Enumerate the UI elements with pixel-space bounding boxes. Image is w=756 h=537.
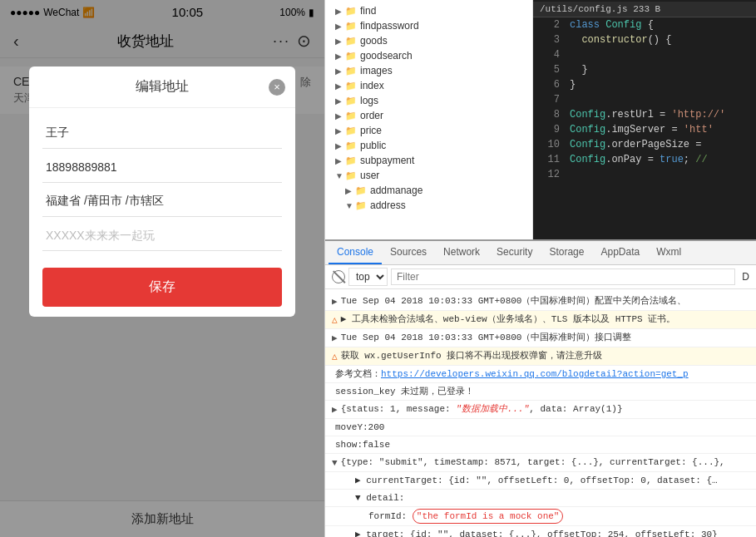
devtools-bottom: ConsoleSourcesNetworkSecurityStorageAppD… (325, 241, 756, 537)
console-entry: ▶Tue Sep 04 2018 10:03:33 GMT+0800（中国标准时… (325, 293, 756, 311)
name-input[interactable] (42, 118, 282, 149)
file-info-bar: /utils/config.js 233 B (533, 2, 756, 17)
entry-icon: ▶ (332, 403, 338, 416)
console-text: {type: "submit", timeStamp: 8571, target… (341, 456, 749, 469)
folder-icon: 📁 (345, 81, 357, 91)
code-line: 10Config.orderPageSize = (533, 137, 756, 152)
code-editor: /utils/config.js 233 B2class Config {3 c… (533, 0, 756, 239)
tree-item-label: addmanage (370, 185, 422, 196)
tab-wxml[interactable]: Wxml (648, 241, 689, 264)
tree-arrow-icon: ▶ (335, 22, 345, 31)
tree-arrow-icon: ▶ (335, 67, 345, 76)
console-entry: ▼ detail: (325, 490, 756, 507)
folder-icon: 📁 (345, 96, 357, 106)
code-line: 12 (533, 167, 756, 182)
tree-item[interactable]: ▶📁find (325, 3, 532, 18)
console-text: 参考文档：https://developers.weixin.qq.com/bl… (335, 367, 749, 381)
modal-close-button[interactable]: × (269, 79, 285, 96)
tab-console[interactable]: Console (329, 241, 382, 264)
phone-input[interactable] (42, 152, 282, 183)
entry-icon: ▶ (332, 332, 338, 345)
devtools-panel: ▶📁find▶📁findpassword▶📁goods▶📁goodsearch▶… (324, 0, 756, 537)
console-entry: ▶ target: {id: "", dataset: {...}, offse… (325, 526, 756, 537)
tree-item[interactable]: ▼📁user (325, 168, 532, 183)
tree-item-label: goods (360, 35, 388, 47)
tree-item-label: subpayment (360, 155, 414, 166)
tab-sources[interactable]: Sources (382, 241, 435, 264)
tree-item[interactable]: ▶📁goodsearch (325, 48, 532, 63)
tree-arrow-icon: ▶ (335, 96, 345, 106)
code-line: 6} (533, 77, 756, 92)
tree-item-label: logs (360, 95, 378, 106)
console-entry: 参考文档：https://developers.weixin.qq.com/bl… (325, 366, 756, 383)
folder-icon: 📁 (345, 36, 357, 47)
folder-icon: 📁 (345, 6, 357, 17)
tree-arrow-icon: ▶ (335, 126, 345, 135)
tree-item-label: index (360, 80, 384, 91)
folder-icon: 📁 (345, 111, 357, 121)
tree-arrow-icon: ▶ (335, 7, 345, 16)
entry-icon: △ (332, 313, 338, 327)
entry-icon: ▼ (332, 456, 338, 470)
devtools-tab-bar: ConsoleSourcesNetworkSecurityStorageAppD… (325, 241, 756, 265)
tree-item-label: price (360, 125, 382, 136)
tree-item-label: address (370, 200, 406, 211)
tree-arrow-icon: ▶ (335, 156, 345, 165)
console-entry: session_key 未过期，已登录！ (325, 383, 756, 401)
console-entry: ▼{type: "submit", timeStamp: 8571, targe… (325, 454, 756, 472)
modal-body: 保存 (29, 108, 295, 317)
tree-arrow-icon: ▶ (345, 186, 355, 195)
folder-icon: 📁 (345, 155, 357, 166)
entry-icon: ▶ (332, 295, 338, 308)
tree-item[interactable]: ▶📁subpayment (325, 153, 532, 168)
save-button[interactable]: 保存 (42, 268, 282, 307)
tree-item[interactable]: ▶📁findpassword (325, 18, 532, 33)
tree-item[interactable]: ▼📁address (325, 198, 532, 213)
tree-item[interactable]: ▶📁index (325, 78, 532, 93)
clear-console-button[interactable] (332, 270, 345, 283)
console-text: Tue Sep 04 2018 10:03:33 GMT+0800（中国标准时间… (341, 331, 749, 344)
tree-item[interactable]: ▶📁logs (325, 93, 532, 108)
edit-address-modal: 编辑地址 × 保存 (29, 67, 295, 317)
context-selector[interactable]: top (348, 268, 388, 286)
tab-network[interactable]: Network (435, 241, 488, 264)
code-line: 8Config.restUrl = 'http://' (533, 107, 756, 122)
folder-icon: 📁 (345, 126, 357, 136)
filter-input[interactable] (391, 268, 735, 285)
console-entry: formId: "the formId is a mock one" (325, 507, 756, 526)
tree-item-label: images (360, 65, 393, 76)
tree-arrow-icon: ▶ (335, 141, 345, 150)
right-top-section: ▶📁find▶📁findpassword▶📁goods▶📁goodsearch▶… (325, 0, 756, 241)
folder-icon: 📁 (345, 170, 357, 181)
folder-icon: 📁 (355, 200, 367, 211)
modal-overlay: 编辑地址 × 保存 (0, 0, 324, 537)
console-link[interactable]: https://developers.weixin.qq.com/blogdet… (381, 369, 689, 379)
tree-item[interactable]: ▶📁addmanage (325, 183, 532, 198)
folder-icon: 📁 (355, 185, 367, 196)
tree-item[interactable]: ▶📁order (325, 108, 532, 123)
console-output: ▶Tue Sep 04 2018 10:03:33 GMT+0800（中国标准时… (325, 289, 756, 537)
tree-item[interactable]: ▶📁public (325, 138, 532, 153)
code-line: 5 } (533, 62, 756, 77)
file-tree[interactable]: ▶📁find▶📁findpassword▶📁goods▶📁goodsearch▶… (325, 0, 533, 239)
tree-item[interactable]: ▶📁goods (325, 33, 532, 48)
tree-item-label: user (360, 170, 379, 181)
tree-item-label: public (360, 140, 386, 151)
tree-arrow-icon: ▶ (335, 52, 345, 61)
note-input[interactable] (42, 220, 282, 251)
console-toolbar: top D (325, 265, 756, 289)
region-input[interactable] (42, 186, 282, 217)
tab-security[interactable]: Security (488, 241, 541, 264)
tree-item[interactable]: ▶📁images (325, 63, 532, 78)
console-entry: △▶ 工具未检验合法域名、web-view（业务域名）、TLS 版本以及 HTT… (325, 311, 756, 329)
tab-appdata[interactable]: AppData (592, 241, 648, 264)
modal-header: 编辑地址 × (29, 67, 295, 108)
console-text: ▶ 工具未检验合法域名、web-view（业务域名）、TLS 版本以及 HTTP… (341, 313, 749, 326)
filter-d-label: D (742, 271, 749, 283)
code-line: 4 (533, 47, 756, 62)
modal-title: 编辑地址 (136, 79, 189, 93)
tab-storage[interactable]: Storage (541, 241, 592, 264)
console-entry: ▶{status: 1, message: "数据加载中...", data: … (325, 401, 756, 419)
tree-item[interactable]: ▶📁price (325, 123, 532, 138)
tree-item-label: findpassword (360, 20, 419, 32)
